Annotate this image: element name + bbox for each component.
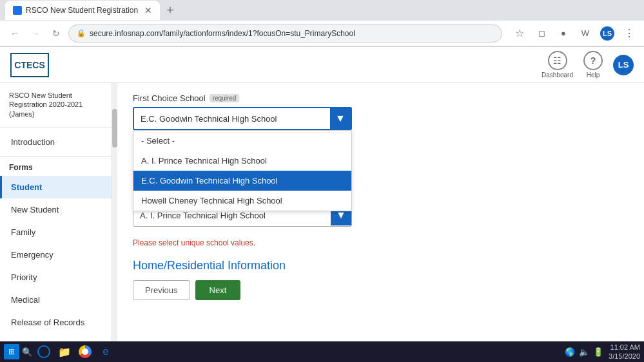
speaker-icon: 🔈 xyxy=(579,347,589,357)
nav-icons: ☆ ◻ ● W LS ⋮ xyxy=(511,25,638,42)
dropdown-option-ai-prince[interactable]: A. I. Prince Technical High School xyxy=(133,151,351,171)
first-choice-selected-text: E.C. Goodwin Technical High School xyxy=(141,114,277,124)
sidebar-divider-2 xyxy=(0,156,112,157)
tab-bar: RSCO New Student Registration ✕ + xyxy=(0,0,644,21)
sidebar-section-forms: Forms xyxy=(0,159,112,176)
sidebar-scrollbar[interactable] xyxy=(112,83,117,362)
first-choice-dropdown[interactable]: E.C. Goodwin Technical High School ▼ xyxy=(133,107,352,130)
bookmark-button[interactable]: ☆ xyxy=(511,25,528,42)
battery-icon: 🔋 xyxy=(593,347,603,357)
taskbar-file-explorer[interactable]: 📁 xyxy=(55,343,73,361)
taskbar-chrome[interactable] xyxy=(76,343,94,361)
first-choice-dropdown-arrow[interactable]: ▼ xyxy=(330,108,351,129)
dashboard-label: Dashboard xyxy=(542,71,573,79)
first-choice-dropdown-wrapper: E.C. Goodwin Technical High School ▼ - S… xyxy=(133,107,629,130)
dropdown-option-howell-cheney[interactable]: Howell Cheney Technical High School xyxy=(133,191,351,211)
extension-button-1[interactable]: ◻ xyxy=(533,25,550,42)
extension-button-3[interactable]: W xyxy=(577,25,594,42)
sidebar-item-introduction[interactable]: Introduction xyxy=(0,131,112,153)
tab-close-button[interactable]: ✕ xyxy=(144,5,152,15)
dashboard-button[interactable]: ☷ Dashboard xyxy=(542,51,573,79)
avatar[interactable]: LS xyxy=(613,55,634,75)
dropdown-option-ec-goodwin[interactable]: E.C. Goodwin Technical High School xyxy=(133,171,351,191)
user-menu-button[interactable]: LS xyxy=(599,25,616,42)
help-label: Help xyxy=(587,71,600,79)
app-header: CTECS ☷ Dashboard ? Help LS xyxy=(0,47,644,83)
active-tab[interactable]: RSCO New Student Registration ✕ xyxy=(5,1,160,20)
taskbar-time: 11:02 AM 3/15/2020 xyxy=(609,343,640,361)
back-button[interactable]: ← xyxy=(6,25,23,42)
header-right: ☷ Dashboard ? Help LS xyxy=(542,51,634,79)
next-button[interactable]: Next xyxy=(195,280,241,300)
sidebar: RSCO New Student Registration 2020-2021 … xyxy=(0,83,112,362)
lock-icon: 🔒 xyxy=(77,29,86,37)
sidebar-item-release-of-records[interactable]: Release of Records xyxy=(0,311,112,334)
sidebar-item-new-student[interactable]: New Student xyxy=(0,198,112,221)
help-button[interactable]: ? Help xyxy=(583,51,603,79)
dashboard-icon: ☷ xyxy=(548,51,567,70)
tab-favicon xyxy=(13,6,22,15)
sidebar-item-medical[interactable]: Medical xyxy=(0,289,112,311)
network-icon: 🌎 xyxy=(565,347,575,357)
sidebar-item-family[interactable]: Family xyxy=(0,221,112,243)
sidebar-scrollbar-thumb[interactable] xyxy=(112,109,117,148)
taskbar-edge[interactable]: e xyxy=(97,343,115,361)
required-badge: required xyxy=(210,94,240,102)
address-text: secure.infosnap.com/family/actionforms/i… xyxy=(90,29,355,38)
sidebar-item-student[interactable]: Student xyxy=(0,176,112,198)
taskbar-tray-icons: 🌎 🔈 🔋 xyxy=(565,347,603,357)
sidebar-item-priority[interactable]: Priority xyxy=(0,266,112,289)
app-wrapper: CTECS ☷ Dashboard ? Help LS RS xyxy=(0,47,644,362)
address-bar[interactable]: 🔒 secure.infosnap.com/family/actionforms… xyxy=(68,24,502,43)
taskbar: ⊞ 🔍 📁 e 🌎 🔈 🔋 11:02 AM 3/15/2020 xyxy=(0,341,644,362)
first-choice-label: First Choice School required xyxy=(133,93,629,103)
taskbar-cortana-button[interactable] xyxy=(35,343,53,361)
button-row: Previous Next xyxy=(133,280,629,300)
browser-chrome: RSCO New Student Registration ✕ + ← → ↻ … xyxy=(0,0,644,47)
fourth-choice-selected-text: A. I. Prince Technical High School xyxy=(140,211,266,220)
settings-button[interactable]: ⋮ xyxy=(621,25,638,42)
dropdown-option-select[interactable]: - Select - xyxy=(133,131,351,151)
extension-button-2[interactable]: ● xyxy=(555,25,572,42)
sidebar-item-emergency[interactable]: Emergency xyxy=(0,243,112,266)
logo-image: CTECS xyxy=(10,53,49,77)
forward-button[interactable]: → xyxy=(27,25,44,42)
tab-title: RSCO New Student Registration xyxy=(26,6,138,15)
help-icon: ? xyxy=(583,51,603,70)
first-choice-dropdown-list: - Select - A. I. Prince Technical High S… xyxy=(133,130,352,211)
start-button[interactable]: ⊞ xyxy=(4,344,19,359)
logo-area: CTECS xyxy=(10,53,49,77)
main-body: RSCO New Student Registration 2020-2021 … xyxy=(0,83,644,362)
ctecs-logo: CTECS xyxy=(10,53,49,77)
content-area: First Choice School required E.C. Goodwi… xyxy=(117,83,644,362)
nav-bar: ← → ↻ 🔒 secure.infosnap.com/family/actio… xyxy=(0,21,644,46)
section-heading: Home/Residential Information xyxy=(133,259,629,272)
previous-button[interactable]: Previous xyxy=(133,280,190,300)
taskbar-right: 🌎 🔈 🔋 11:02 AM 3/15/2020 xyxy=(565,343,640,361)
sidebar-divider-1 xyxy=(0,128,112,128)
new-tab-button[interactable]: + xyxy=(162,3,178,18)
refresh-button[interactable]: ↻ xyxy=(48,25,64,42)
taskbar-search-button[interactable]: 🔍 xyxy=(22,343,32,361)
error-message: Please select unique school values. xyxy=(133,238,629,247)
sidebar-registration-title: RSCO New Student Registration 2020-2021 … xyxy=(0,87,112,125)
